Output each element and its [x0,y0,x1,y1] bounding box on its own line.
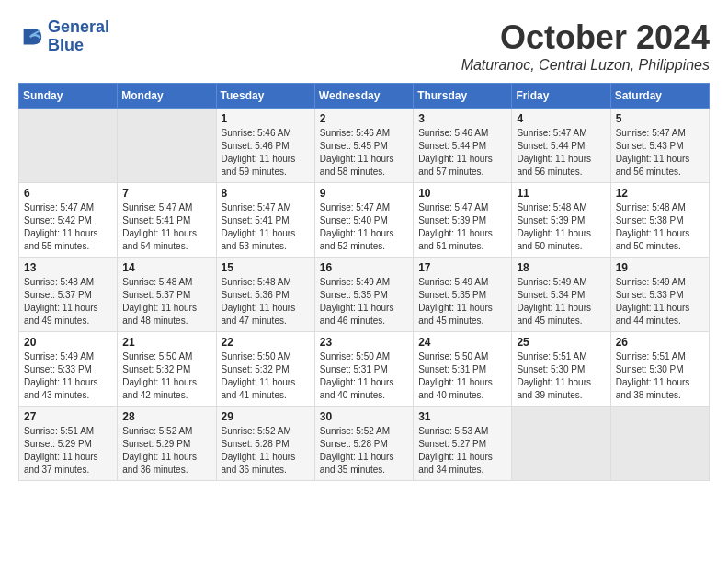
day-info: Sunrise: 5:48 AMSunset: 5:36 PMDaylight:… [222,276,310,327]
day-info: Sunrise: 5:46 AMSunset: 5:46 PMDaylight:… [222,127,310,178]
day-info: Sunrise: 5:50 AMSunset: 5:31 PMDaylight:… [320,350,408,402]
calendar-cell: 7Sunrise: 5:47 AMSunset: 5:41 PMDaylight… [118,183,216,258]
header-day-sunday: Sunday [19,84,118,109]
header-day-thursday: Thursday [414,84,512,109]
calendar-cell: 30Sunrise: 5:52 AMSunset: 5:28 PMDayligh… [314,407,413,481]
day-number: 2 [320,112,408,125]
calendar-cell: 26Sunrise: 5:51 AMSunset: 5:30 PMDayligh… [610,332,709,407]
calendar-body: 1Sunrise: 5:46 AMSunset: 5:46 PMDaylight… [19,109,710,481]
calendar-cell: 25Sunrise: 5:51 AMSunset: 5:30 PMDayligh… [512,332,610,407]
day-info: Sunrise: 5:46 AMSunset: 5:45 PMDaylight:… [320,127,408,178]
day-info: Sunrise: 5:47 AMSunset: 5:42 PMDaylight:… [24,201,112,253]
day-info: Sunrise: 5:46 AMSunset: 5:44 PMDaylight:… [418,127,506,178]
calendar-cell: 6Sunrise: 5:47 AMSunset: 5:42 PMDaylight… [19,183,118,258]
calendar-cell: 20Sunrise: 5:49 AMSunset: 5:33 PMDayligh… [19,332,118,407]
day-number: 4 [517,112,605,125]
day-number: 22 [222,336,310,349]
calendar-cell: 5Sunrise: 5:47 AMSunset: 5:43 PMDaylight… [610,109,709,183]
day-info: Sunrise: 5:47 AMSunset: 5:41 PMDaylight:… [122,201,210,253]
calendar-cell: 24Sunrise: 5:50 AMSunset: 5:31 PMDayligh… [414,332,512,407]
calendar-cell: 15Sunrise: 5:48 AMSunset: 5:36 PMDayligh… [216,258,314,332]
calendar-cell: 3Sunrise: 5:46 AMSunset: 5:44 PMDaylight… [414,109,512,183]
day-info: Sunrise: 5:50 AMSunset: 5:31 PMDaylight:… [418,350,506,402]
day-number: 10 [418,187,506,200]
calendar-cell: 2Sunrise: 5:46 AMSunset: 5:45 PMDaylight… [314,109,413,183]
location-title: Maturanoc, Central Luzon, Philippines [461,57,710,74]
calendar-cell: 21Sunrise: 5:50 AMSunset: 5:32 PMDayligh… [118,332,216,407]
calendar-cell: 22Sunrise: 5:50 AMSunset: 5:32 PMDayligh… [216,332,314,407]
day-number: 25 [517,336,605,349]
day-number: 13 [24,261,112,274]
header-day-saturday: Saturday [610,84,709,109]
day-number: 19 [616,261,704,274]
day-number: 6 [24,187,112,200]
month-title: October 2024 [461,18,710,57]
day-number: 1 [222,112,310,125]
day-info: Sunrise: 5:49 AMSunset: 5:34 PMDaylight:… [517,276,605,327]
calendar-cell: 9Sunrise: 5:47 AMSunset: 5:40 PMDaylight… [314,183,413,258]
title-area: October 2024 Maturanoc, Central Luzon, P… [461,18,710,74]
calendar-cell: 11Sunrise: 5:48 AMSunset: 5:39 PMDayligh… [512,183,610,258]
calendar-cell: 17Sunrise: 5:49 AMSunset: 5:35 PMDayligh… [414,258,512,332]
day-number: 24 [418,336,506,349]
calendar-week-4: 20Sunrise: 5:49 AMSunset: 5:33 PMDayligh… [19,332,710,407]
day-info: Sunrise: 5:48 AMSunset: 5:37 PMDaylight:… [122,276,210,327]
day-info: Sunrise: 5:49 AMSunset: 5:35 PMDaylight:… [418,276,506,327]
calendar-cell: 8Sunrise: 5:47 AMSunset: 5:41 PMDaylight… [216,183,314,258]
calendar-cell: 29Sunrise: 5:52 AMSunset: 5:28 PMDayligh… [216,407,314,481]
calendar-cell: 18Sunrise: 5:49 AMSunset: 5:34 PMDayligh… [512,258,610,332]
calendar-week-5: 27Sunrise: 5:51 AMSunset: 5:29 PMDayligh… [19,407,710,481]
calendar-cell: 10Sunrise: 5:47 AMSunset: 5:39 PMDayligh… [414,183,512,258]
calendar-week-2: 6Sunrise: 5:47 AMSunset: 5:42 PMDaylight… [19,183,710,258]
day-number: 23 [320,336,408,349]
day-number: 7 [122,187,210,200]
day-number: 15 [222,261,310,274]
day-number: 26 [616,336,704,349]
calendar-cell: 12Sunrise: 5:48 AMSunset: 5:38 PMDayligh… [610,183,709,258]
logo-line2: Blue [48,37,109,55]
day-info: Sunrise: 5:50 AMSunset: 5:32 PMDaylight:… [122,350,210,402]
calendar-week-1: 1Sunrise: 5:46 AMSunset: 5:46 PMDaylight… [19,109,710,183]
day-info: Sunrise: 5:47 AMSunset: 5:40 PMDaylight:… [320,201,408,253]
header-day-monday: Monday [118,84,216,109]
day-number: 14 [122,261,210,274]
day-info: Sunrise: 5:49 AMSunset: 5:33 PMDaylight:… [616,276,704,327]
calendar-cell [19,109,118,183]
day-number: 8 [222,187,310,200]
logo: General Blue [18,18,109,55]
day-info: Sunrise: 5:52 AMSunset: 5:29 PMDaylight:… [122,425,210,477]
calendar-cell [512,407,610,481]
calendar-cell: 4Sunrise: 5:47 AMSunset: 5:44 PMDaylight… [512,109,610,183]
day-number: 16 [320,261,408,274]
day-number: 3 [418,112,506,125]
header-day-friday: Friday [512,84,610,109]
calendar-cell: 23Sunrise: 5:50 AMSunset: 5:31 PMDayligh… [314,332,413,407]
calendar-table: SundayMondayTuesdayWednesdayThursdayFrid… [18,83,710,481]
day-info: Sunrise: 5:47 AMSunset: 5:44 PMDaylight:… [517,127,605,178]
day-info: Sunrise: 5:52 AMSunset: 5:28 PMDaylight:… [320,425,408,477]
day-number: 29 [222,410,310,423]
day-number: 5 [616,112,704,125]
calendar-cell: 28Sunrise: 5:52 AMSunset: 5:29 PMDayligh… [118,407,216,481]
calendar-cell: 13Sunrise: 5:48 AMSunset: 5:37 PMDayligh… [19,258,118,332]
calendar-cell: 19Sunrise: 5:49 AMSunset: 5:33 PMDayligh… [610,258,709,332]
day-info: Sunrise: 5:48 AMSunset: 5:38 PMDaylight:… [616,201,704,253]
day-info: Sunrise: 5:49 AMSunset: 5:33 PMDaylight:… [24,350,112,402]
day-number: 30 [320,410,408,423]
day-info: Sunrise: 5:49 AMSunset: 5:35 PMDaylight:… [320,276,408,327]
day-info: Sunrise: 5:53 AMSunset: 5:27 PMDaylight:… [418,425,506,477]
day-info: Sunrise: 5:47 AMSunset: 5:43 PMDaylight:… [616,127,704,178]
day-info: Sunrise: 5:48 AMSunset: 5:39 PMDaylight:… [517,201,605,253]
calendar-cell [610,407,709,481]
day-number: 18 [517,261,605,274]
day-info: Sunrise: 5:47 AMSunset: 5:41 PMDaylight:… [222,201,310,253]
day-number: 21 [122,336,210,349]
day-number: 27 [24,410,112,423]
calendar-cell: 16Sunrise: 5:49 AMSunset: 5:35 PMDayligh… [314,258,413,332]
calendar-cell: 1Sunrise: 5:46 AMSunset: 5:46 PMDaylight… [216,109,314,183]
calendar-cell [118,109,216,183]
calendar-header: SundayMondayTuesdayWednesdayThursdayFrid… [19,84,710,109]
day-info: Sunrise: 5:52 AMSunset: 5:28 PMDaylight:… [222,425,310,477]
day-info: Sunrise: 5:50 AMSunset: 5:32 PMDaylight:… [222,350,310,402]
calendar-cell: 14Sunrise: 5:48 AMSunset: 5:37 PMDayligh… [118,258,216,332]
